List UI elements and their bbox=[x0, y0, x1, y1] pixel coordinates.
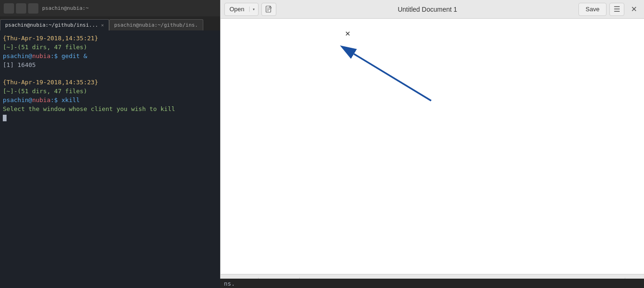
open-button-label: Open bbox=[225, 6, 249, 13]
terminal-tabs: psachin@nubia:~/github/insi... ✕ psachin… bbox=[0, 16, 220, 30]
terminal-tab-2[interactable]: psachin@nubia:~/github/ins. bbox=[109, 19, 203, 30]
terminal-tab-1-label: psachin@nubia:~/github/insi... bbox=[5, 22, 98, 28]
terminal-line-blank bbox=[3, 69, 217, 78]
terminal-line-8: Select the window whose client you wish … bbox=[3, 105, 217, 114]
terminal-line-2: [~]-(51 dirs, 47 files) bbox=[3, 43, 217, 52]
terminal-content: {Thu-Apr-19-2018,14:35:21} [~]-(51 dirs,… bbox=[0, 30, 220, 288]
dir-line-1: [~]-(51 dirs, 47 files) bbox=[3, 44, 87, 51]
bottom-partial-text: ns. bbox=[220, 279, 644, 288]
dir-line-2: [~]-(51 dirs, 47 files) bbox=[3, 88, 87, 95]
arrow-annotation bbox=[221, 19, 644, 274]
prompt-1-user: psachin@ bbox=[3, 52, 32, 59]
prompt-1-rest: :$ gedit & bbox=[51, 52, 87, 59]
gedit-window: Open ▾ Untitled Document 1 Save ☰ ✕ ✕ bbox=[220, 0, 644, 288]
select-msg: Select the window whose client you wish … bbox=[3, 105, 175, 112]
svg-line-6 bbox=[354, 54, 431, 101]
terminal-line-cursor bbox=[3, 114, 217, 123]
terminal-topbar: psachin@nubia:~ bbox=[0, 0, 220, 16]
terminal-line-6: [~]-(51 dirs, 47 files) bbox=[3, 87, 217, 96]
hamburger-menu-btn[interactable]: ☰ bbox=[609, 3, 624, 16]
gedit-document-area[interactable]: ✕ bbox=[221, 19, 644, 274]
terminal-tab-1-close[interactable]: ✕ bbox=[101, 22, 104, 28]
close-button[interactable]: ✕ bbox=[627, 3, 640, 16]
close-icon: ✕ bbox=[631, 5, 637, 14]
hamburger-icon: ☰ bbox=[614, 5, 620, 14]
terminal-tab-2-label: psachin@nubia:~/github/ins. bbox=[114, 22, 198, 28]
terminal-title: psachin@nubia:~ bbox=[42, 5, 89, 11]
terminal-tab-1[interactable]: psachin@nubia:~/github/insi... ✕ bbox=[0, 19, 109, 30]
terminal-btn-1[interactable] bbox=[4, 3, 14, 14]
open-dropdown-arrow[interactable]: ▾ bbox=[249, 7, 258, 12]
open-button[interactable]: Open ▾ bbox=[224, 3, 259, 16]
terminal-line-1: {Thu-Apr-19-2018,14:35:21} bbox=[3, 34, 217, 43]
timestamp-2: {Thu-Apr-19-2018,14:35:23} bbox=[3, 79, 98, 86]
terminal-line-7: psachin@nubia:$ xkill bbox=[3, 96, 217, 105]
terminal-line-3: psachin@nubia:$ gedit & bbox=[3, 52, 217, 61]
terminal-line-5: {Thu-Apr-19-2018,14:35:23} bbox=[3, 78, 217, 87]
timestamp-1: {Thu-Apr-19-2018,14:35:21} bbox=[3, 35, 98, 42]
proc-line: [1] 16405 bbox=[3, 61, 36, 68]
terminal-btn-2[interactable] bbox=[16, 3, 26, 14]
cursor-block bbox=[3, 115, 7, 121]
document-icon bbox=[265, 6, 273, 13]
gedit-title: Untitled Document 1 bbox=[279, 6, 576, 13]
prompt-2-rest: :$ xkill bbox=[51, 96, 80, 103]
terminal-btn-3[interactable] bbox=[28, 3, 38, 14]
x-mark: ✕ bbox=[345, 28, 350, 38]
terminal-line-4: [1] 16405 bbox=[3, 61, 217, 70]
prompt-2-host: nubia bbox=[32, 96, 51, 103]
prompt-1-host: nubia bbox=[32, 52, 51, 59]
gedit-doc-icon-btn[interactable] bbox=[261, 3, 276, 16]
prompt-2-user: psachin@ bbox=[3, 96, 32, 103]
bottom-text-content: ns. bbox=[224, 280, 235, 287]
save-button[interactable]: Save bbox=[578, 3, 607, 16]
gedit-header: Open ▾ Untitled Document 1 Save ☰ ✕ bbox=[221, 0, 644, 19]
